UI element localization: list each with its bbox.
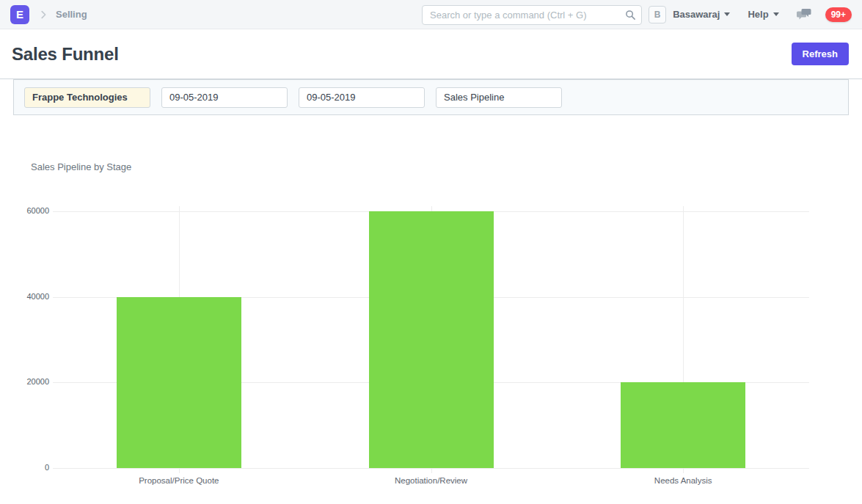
x-axis-tick-label: Proposal/Price Quote: [106, 476, 252, 485]
chart-bar: [369, 211, 494, 468]
avatar-letter: B: [654, 10, 661, 20]
company-filter-input[interactable]: [24, 87, 150, 108]
navbar: E Selling B Basawaraj Help 99+: [0, 0, 862, 29]
y-axis-tick-label: 0: [20, 463, 49, 472]
y-axis-tick-label: 20000: [20, 377, 49, 386]
sales-funnel-chart: Sales Pipeline by Stage 0200004000060000…: [0, 115, 862, 503]
chart-bar: [621, 382, 745, 468]
user-name: Basawaraj: [673, 9, 720, 20]
search-input[interactable]: [422, 5, 642, 25]
navbar-right: B Basawaraj Help 99+: [649, 6, 852, 23]
user-avatar[interactable]: B: [649, 6, 666, 23]
from-date-input[interactable]: [161, 87, 288, 108]
breadcrumb-selling[interactable]: Selling: [56, 9, 87, 20]
chevron-right-icon: [38, 10, 48, 20]
chevron-down-icon: [724, 12, 730, 16]
refresh-button[interactable]: Refresh: [792, 43, 849, 65]
user-menu[interactable]: Basawaraj: [673, 9, 730, 20]
help-menu[interactable]: Help: [748, 9, 778, 20]
y-axis-tick-label: 40000: [20, 292, 49, 301]
x-axis-tick-label: Negotiation/Review: [358, 476, 505, 485]
global-search: [422, 5, 642, 25]
app-logo-letter: E: [16, 8, 23, 21]
x-axis-tick-label: Needs Analysis: [610, 476, 756, 485]
chart-select-input[interactable]: [436, 87, 562, 108]
to-date-input[interactable]: [299, 87, 425, 108]
chart-plot: 0200004000060000Proposal/Price QuoteNego…: [0, 115, 862, 503]
chat-icon[interactable]: [797, 8, 812, 21]
help-label: Help: [748, 9, 768, 20]
page-title: Sales Funnel: [12, 44, 119, 65]
chevron-down-icon: [773, 12, 779, 16]
chart-bar: [117, 297, 241, 468]
filter-section: [13, 79, 849, 115]
app-logo[interactable]: E: [10, 5, 29, 24]
notification-badge[interactable]: 99+: [825, 7, 852, 22]
page-head: Sales Funnel Refresh: [0, 29, 862, 79]
search-icon: [625, 10, 636, 23]
y-axis-tick-label: 60000: [20, 206, 49, 215]
